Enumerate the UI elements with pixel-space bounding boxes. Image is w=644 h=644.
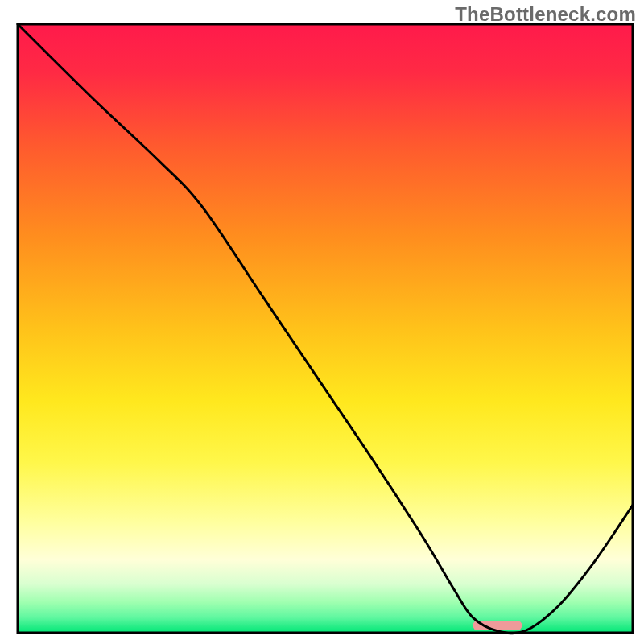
chart-container: TheBottleneck.com	[0, 0, 644, 644]
chart-svg	[0, 0, 644, 644]
